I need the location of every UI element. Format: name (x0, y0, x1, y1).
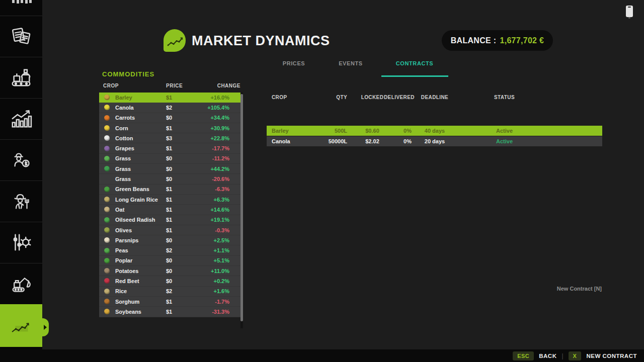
commodity-price: $0 (166, 237, 196, 243)
tab-prices[interactable]: PRICES (283, 60, 305, 66)
excavator-icon (10, 272, 33, 295)
commodity-row[interactable]: Potatoes $0 +11.0% (99, 266, 242, 276)
commodity-name: Olives (115, 227, 166, 233)
commodity-change: -1.7% (196, 299, 229, 305)
commodity-row[interactable]: Oat $1 +14.6% (99, 205, 242, 215)
commodity-row[interactable]: Cotton $3 +22.8% (99, 133, 242, 143)
x-keycap[interactable]: X (569, 351, 582, 360)
crop-icon (104, 268, 110, 274)
commodity-row[interactable]: Red Beet $0 +0.2% (99, 276, 242, 286)
balance-value: 1,677,702 € (500, 36, 544, 45)
footer-separator: | (561, 352, 563, 359)
crop-icon (104, 289, 110, 294)
footer-bar: ESC BACK | X NEW CONTRACT (0, 349, 644, 362)
commodities-scrollbar[interactable] (240, 93, 243, 328)
commodity-change: +19.1% (196, 217, 229, 223)
commodity-row[interactable]: Oilseed Radish $1 +19.1% (99, 215, 242, 225)
commodity-row[interactable]: Rice $2 +1.6% (99, 287, 242, 297)
commodity-change: -6.3% (196, 186, 229, 192)
contract-qty: 500L (317, 126, 347, 136)
commodity-price: $0 (166, 257, 196, 263)
back-button[interactable]: BACK (539, 353, 556, 359)
crop-icon (104, 248, 110, 253)
commodity-row[interactable]: Grass $0 +44.2% (99, 164, 242, 174)
commodity-price: $0 (166, 176, 196, 182)
commodity-change: +1.1% (196, 247, 229, 253)
sidebar-item-market-dynamics[interactable] (0, 304, 42, 347)
commodity-row[interactable]: Long Grain Rice $1 +6.3% (99, 195, 242, 205)
contract-row[interactable]: Canola 50000L $2.02 0% 20 days Active (267, 136, 602, 146)
commodity-price: $0 (166, 268, 196, 274)
commodity-price: $1 (166, 217, 196, 223)
contract-deadline: 40 days (419, 126, 451, 136)
sidebar-item-farmer[interactable] (0, 180, 42, 221)
tab-events[interactable]: EVENTS (339, 60, 363, 66)
settings-icon (10, 231, 33, 254)
commodity-row[interactable]: Poplar $0 +5.1% (99, 256, 242, 266)
scrollbar-thumb[interactable] (240, 94, 243, 321)
commodity-row[interactable]: Olives $1 -0.3% (99, 225, 242, 235)
commodity-price: $1 (166, 227, 196, 233)
commodity-row[interactable]: Corn $1 +30.9% (99, 123, 242, 133)
active-tab-underline (381, 75, 448, 77)
commodity-row[interactable]: Canola $2 +105.4% (99, 103, 242, 113)
commodity-row[interactable]: Sorghum $1 -1.7% (99, 297, 242, 307)
commodity-row[interactable]: Barley $1 +16.0% (99, 93, 242, 103)
crop-icon (104, 309, 110, 314)
new-contract-hint: New Contract [N] (557, 286, 602, 292)
col-header-status: STATUS (468, 95, 541, 100)
commodity-row[interactable]: Grass $0 -20.6% (99, 174, 242, 184)
sidebar-item-documents[interactable] (0, 16, 42, 56)
battery-icon (626, 6, 633, 17)
commodity-change: +6.3% (196, 197, 229, 203)
crop-icon (104, 278, 110, 284)
commodity-row[interactable]: Grass $0 -11.2% (99, 154, 242, 164)
commodity-row[interactable]: Green Beans $1 -6.3% (99, 185, 242, 195)
commodity-change: +30.9% (196, 125, 229, 131)
commodity-name: Grass (115, 176, 166, 182)
sidebar-item-settings[interactable] (0, 222, 42, 262)
commodity-row[interactable]: Grapes $1 -17.7% (99, 143, 242, 153)
commodity-name: Barley (115, 95, 166, 101)
col-header-locked: LOCKED (357, 95, 387, 100)
crop-icon (104, 207, 110, 212)
crop-icon (104, 115, 110, 121)
col-header-qty: QTY (317, 95, 347, 100)
commodity-price: $1 (166, 207, 196, 213)
tab-contracts[interactable]: CONTRACTS (396, 60, 433, 66)
sidebar-item-production[interactable] (0, 57, 42, 98)
commodity-change: -20.6% (196, 176, 229, 182)
commodity-name: Potatoes (115, 268, 166, 274)
commodity-row[interactable]: Peas $2 +1.1% (99, 245, 242, 255)
crop-icon (104, 217, 110, 223)
commodity-name: Cotton (115, 135, 166, 141)
commodities-list: Barley $1 +16.0% Canola $2 +105.4% Carro… (99, 93, 242, 328)
esc-keycap[interactable]: ESC (513, 351, 534, 360)
commodity-name: Canola (115, 105, 166, 111)
commodity-price: $2 (166, 247, 196, 253)
crop-icon (104, 125, 110, 131)
crop-icon (104, 237, 110, 243)
sidebar-item-sales[interactable] (0, 139, 42, 180)
contract-locked: $2.02 (357, 136, 387, 146)
col-header-change: CHANGE (217, 83, 240, 88)
new-contract-button[interactable]: NEW CONTRACT (586, 353, 637, 359)
commodity-name: Long Grain Rice (115, 197, 166, 203)
crop-icon (104, 135, 110, 141)
balance-label: BALANCE : (451, 36, 497, 45)
contract-row[interactable]: Barley 500L $0.60 0% 40 days Active (267, 126, 602, 136)
commodity-row[interactable]: Parsnips $0 +2.5% (99, 235, 242, 245)
commodity-row[interactable]: Soybeans $1 -31.3% (99, 307, 242, 317)
commodity-row[interactable]: Carrots $0 +34.4% (99, 113, 242, 123)
contract-qty: 50000L (317, 136, 347, 146)
commodity-price: $2 (166, 105, 196, 111)
commodity-price: $1 (166, 197, 196, 203)
sidebar-item-construction[interactable] (0, 263, 42, 304)
crop-icon (104, 156, 110, 161)
contracts-header: CROP QTY LOCKED DELIVERED DEADLINE STATU… (267, 95, 602, 102)
sidebar-item-statistics[interactable] (0, 98, 42, 139)
crop-icon (104, 258, 110, 263)
page-title: MARKET DYNAMICS (192, 33, 330, 49)
commodity-change: +14.6% (196, 207, 229, 213)
trend-leaf-icon (164, 30, 186, 52)
